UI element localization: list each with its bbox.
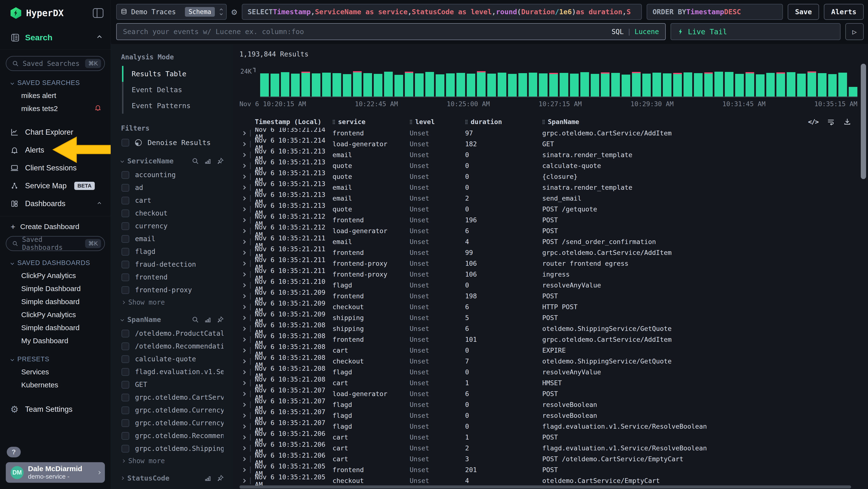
table-row[interactable]: Nov 6 10:35:21.207 AM load-generator Uns… xyxy=(240,389,868,399)
expand-row-button[interactable] xyxy=(240,260,255,267)
expand-row-button[interactable] xyxy=(240,434,255,441)
drag-handle-icon[interactable] xyxy=(410,119,412,124)
expand-row-button[interactable] xyxy=(240,315,255,321)
table-row[interactable]: Nov 6 10:35:21.207 AM flagd Unset 0 flag… xyxy=(240,421,868,432)
filter-option[interactable]: checkout xyxy=(121,207,224,220)
column-timestamp[interactable]: Timestamp (Local) xyxy=(255,118,333,125)
saved-dashboard-item[interactable]: Simple dashboard xyxy=(6,295,105,308)
expand-row-button[interactable] xyxy=(240,391,255,397)
saved-searches-input[interactable]: Saved Searches ⌘K xyxy=(6,56,105,71)
histogram-bar[interactable] xyxy=(591,71,599,96)
analysis-mode-tab[interactable]: Results Table xyxy=(123,66,224,82)
saved-dashboard-item[interactable]: ClickPy Analytics xyxy=(6,269,105,282)
checkbox[interactable] xyxy=(122,248,129,256)
checkbox[interactable] xyxy=(122,209,129,217)
table-row[interactable]: Nov 6 10:35:21.208 AM cart Unset 1 HMSET xyxy=(240,377,868,389)
expand-row-button[interactable] xyxy=(240,325,255,332)
histogram-bar[interactable] xyxy=(766,71,775,96)
saved-dashboards-section-header[interactable]: SAVED DASHBOARDS xyxy=(11,259,105,267)
wrap-text-icon[interactable] xyxy=(827,118,835,125)
expand-row-button[interactable] xyxy=(240,195,255,202)
table-row[interactable]: Nov 6 10:35:21.213 AM quote Unset 0 POST… xyxy=(240,204,868,214)
filter-option[interactable]: accounting xyxy=(121,169,224,181)
source-select[interactable]: Demo Traces Schema xyxy=(116,4,227,20)
table-row[interactable]: Nov 6 10:35:21.214 AM load-generator Uns… xyxy=(240,139,868,149)
pin-icon[interactable] xyxy=(217,316,224,323)
expand-row-button[interactable] xyxy=(240,478,255,484)
expand-row-button[interactable] xyxy=(240,238,255,245)
column-service[interactable]: service xyxy=(333,118,410,125)
histogram-bars[interactable] xyxy=(260,71,858,97)
histogram-bar[interactable] xyxy=(291,71,300,96)
table-row[interactable]: Nov 6 10:35:21.205 AM frontend Unset 201… xyxy=(240,464,868,475)
expand-row-button[interactable] xyxy=(240,347,255,354)
checkbox[interactable] xyxy=(122,222,129,230)
histogram-bar[interactable] xyxy=(425,71,434,96)
checkbox[interactable] xyxy=(122,368,129,376)
table-row[interactable]: Nov 6 10:35:21.210 AM flagd Unset 0 reso… xyxy=(240,280,868,291)
histogram-bar[interactable] xyxy=(281,71,289,96)
filter-option[interactable]: frontend xyxy=(121,271,224,284)
histogram-bar[interactable] xyxy=(838,71,847,96)
filter-option[interactable]: grpc.oteldemo.CartServi… xyxy=(121,391,224,404)
filter-option[interactable]: currency xyxy=(121,220,224,232)
filter-option[interactable]: cart xyxy=(121,194,224,207)
histogram-bar[interactable] xyxy=(457,71,465,96)
expand-row-button[interactable] xyxy=(240,151,255,158)
vertical-scrollbar[interactable] xyxy=(861,64,866,179)
table-row[interactable]: Nov 6 10:35:21.208 AM flagd Unset 0 reso… xyxy=(240,367,868,377)
expand-row-button[interactable] xyxy=(240,163,255,169)
histogram-bar[interactable] xyxy=(745,71,754,96)
checkbox[interactable] xyxy=(122,139,129,146)
histogram-bar[interactable] xyxy=(301,71,310,96)
histogram-bar[interactable] xyxy=(446,71,455,96)
bar-chart-icon[interactable] xyxy=(204,474,212,482)
histogram-bar[interactable] xyxy=(756,71,765,96)
table-row[interactable]: Nov 6 10:35:21.205 AM checkout Unset 4 o… xyxy=(240,475,868,486)
histogram-bar[interactable] xyxy=(560,71,568,96)
histogram-bar[interactable] xyxy=(271,71,279,96)
expand-row-button[interactable] xyxy=(240,336,255,343)
checkbox[interactable] xyxy=(122,274,129,281)
view-source-icon[interactable]: </> xyxy=(808,118,818,125)
histogram-bar[interactable] xyxy=(714,71,723,96)
histogram-bar[interactable] xyxy=(312,71,320,96)
histogram-bar[interactable] xyxy=(529,71,537,96)
table-row[interactable]: Nov 6 10:35:21.214 AM frontend Unset 97 … xyxy=(240,128,868,139)
histogram-bar[interactable] xyxy=(601,71,610,96)
checkbox[interactable] xyxy=(122,406,129,414)
histogram-bar[interactable] xyxy=(539,71,548,96)
table-row[interactable]: Nov 6 10:35:21.208 AM frontend Unset 101… xyxy=(240,334,868,345)
table-row[interactable]: Nov 6 10:35:21.213 AM email Unset 0 sina… xyxy=(240,149,868,160)
drag-handle-icon[interactable] xyxy=(465,119,468,124)
drag-handle-icon[interactable] xyxy=(542,119,545,124)
presets-section-header[interactable]: PRESETS xyxy=(11,355,105,363)
expand-row-button[interactable] xyxy=(240,358,255,365)
table-row[interactable]: Nov 6 10:35:21.213 AM quote Unset 0 calc… xyxy=(240,160,868,171)
checkbox[interactable] xyxy=(122,330,129,338)
histogram-bar[interactable] xyxy=(787,71,796,96)
sql-query[interactable]: SELECT Timestamp, ServiceName as service… xyxy=(242,4,642,20)
spanname-show-more[interactable]: Show more xyxy=(121,455,224,465)
bar-chart-icon[interactable] xyxy=(204,316,212,323)
saved-dashboard-item[interactable]: Simple Dashboard xyxy=(6,282,105,295)
checkbox[interactable] xyxy=(122,445,129,453)
filter-option[interactable]: flagd xyxy=(121,245,224,258)
histogram-bar[interactable] xyxy=(374,71,382,96)
histogram-bar[interactable] xyxy=(343,71,351,96)
histogram-bar[interactable] xyxy=(642,71,651,96)
expand-row-button[interactable] xyxy=(240,130,255,137)
checkbox[interactable] xyxy=(122,171,129,179)
histogram-bar[interactable] xyxy=(632,71,641,96)
filter-option[interactable]: /oteldemo.ProductCatalo… xyxy=(121,327,224,340)
saved-dashboard-item[interactable]: ClickPy Analytics xyxy=(6,308,105,321)
saved-searches-section-header[interactable]: SAVED SEARCHES xyxy=(11,79,105,87)
table-row[interactable]: Nov 6 10:35:21.206 AM cart Unset 2 flagd… xyxy=(240,443,868,454)
histogram-bar[interactable] xyxy=(663,71,672,96)
table-row[interactable]: Nov 6 10:35:21.208 AM cart Unset 0 EXPIR… xyxy=(240,345,868,356)
histogram-bar[interactable] xyxy=(673,71,682,96)
table-row[interactable]: Nov 6 10:35:21.211 AM frontend Unset 99 … xyxy=(240,247,868,258)
histogram-bar[interactable] xyxy=(570,71,579,96)
histogram-bar[interactable] xyxy=(849,71,858,96)
filter-group-statuscode[interactable]: StatusCode xyxy=(121,474,224,482)
